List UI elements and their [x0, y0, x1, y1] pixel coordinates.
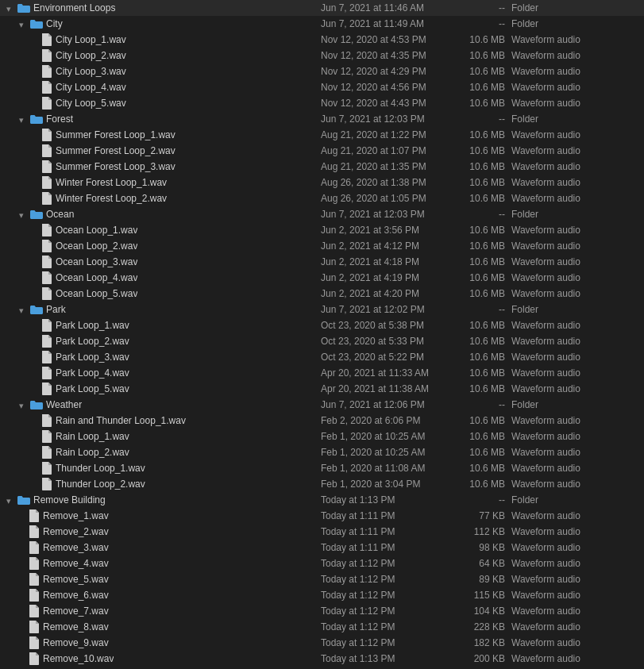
item-name: Ocean Loop_5.wav: [56, 288, 137, 299]
row-oc2[interactable]: Ocean Loop_2.wavJun 2, 2021 at 4:12 PM10…: [0, 238, 644, 254]
item-name: Park: [46, 304, 66, 315]
row-city3[interactable]: City Loop_3.wavNov 12, 2020 at 4:29 PM10…: [0, 63, 644, 79]
size-cell: 10.6 MB: [460, 129, 511, 140]
file-list: Environment LoopsJun 7, 2021 at 11:46 AM…: [0, 0, 644, 667]
row-city[interactable]: CityJun 7, 2021 at 11:49 AM--Folder: [0, 16, 644, 32]
row-rm4[interactable]: Remove_4.wavToday at 1:12 PM64 KBWavefor…: [0, 556, 644, 571]
row-sf2[interactable]: Summer Forest Loop_2.wavAug 21, 2020 at …: [0, 143, 644, 159]
kind-cell: Waveform audio: [511, 66, 641, 77]
item-name: Ocean Loop_1.wav: [56, 225, 137, 236]
name-cell: Park Loop_2.wav: [3, 335, 321, 348]
kind-cell: Waveform audio: [511, 145, 641, 156]
row-oc1[interactable]: Ocean Loop_1.wavJun 2, 2021 at 3:56 PM10…: [0, 222, 644, 238]
row-rm5[interactable]: Remove_5.wavToday at 1:12 PM89 KBWavefor…: [0, 571, 644, 587]
item-name: Environment Loops: [33, 2, 115, 13]
row-city1[interactable]: City Loop_1.wavNov 12, 2020 at 4:53 PM10…: [0, 32, 644, 48]
row-sf1[interactable]: Summer Forest Loop_1.wavAug 21, 2020 at …: [0, 127, 644, 143]
row-pk1[interactable]: Park Loop_1.wavOct 23, 2020 at 5:38 PM10…: [0, 317, 644, 333]
folder-icon: [17, 3, 30, 13]
item-name: Remove_3.wav: [43, 542, 109, 553]
row-city5[interactable]: City Loop_5.wavNov 12, 2020 at 4:43 PM10…: [0, 95, 644, 111]
kind-cell: Waveform audio: [511, 177, 641, 188]
expand-triangle[interactable]: [6, 3, 16, 13]
file-icon: [29, 605, 40, 617]
row-rm8[interactable]: Remove_8.wavToday at 1:12 PM228 KBWavefo…: [0, 619, 644, 635]
item-name: Remove_8.wav: [43, 621, 109, 632]
expand-triangle[interactable]: [19, 400, 29, 409]
item-name: Winter Forest Loop_1.wav: [56, 177, 167, 188]
file-icon: [41, 176, 52, 189]
item-name: City: [46, 18, 63, 29]
size-cell: 10.6 MB: [460, 463, 511, 474]
row-tl1[interactable]: Thunder Loop_1.wavFeb 1, 2020 at 11:08 A…: [0, 460, 644, 476]
date-cell: Feb 1, 2020 at 3:04 PM: [321, 479, 460, 490]
row-wf2[interactable]: Winter Forest Loop_2.wavAug 26, 2020 at …: [0, 190, 644, 206]
file-icon: [41, 319, 52, 332]
item-name: Rain Loop_2.wav: [56, 447, 129, 458]
row-rl1[interactable]: Rain Loop_1.wavFeb 1, 2020 at 10:25 AM10…: [0, 429, 644, 444]
name-cell: Remove_3.wav: [3, 541, 321, 554]
row-pk2[interactable]: Park Loop_2.wavOct 23, 2020 at 5:33 PM10…: [0, 333, 644, 349]
row-rl2[interactable]: Rain Loop_2.wavFeb 1, 2020 at 10:25 AM10…: [0, 444, 644, 460]
row-rm3[interactable]: Remove_3.wavToday at 1:11 PM98 KBWavefor…: [0, 540, 644, 556]
row-oc5[interactable]: Ocean Loop_5.wavJun 2, 2021 at 4:20 PM10…: [0, 286, 644, 302]
expand-triangle[interactable]: [19, 19, 29, 29]
row-park[interactable]: ParkJun 7, 2021 at 12:02 PM--Folder: [0, 302, 644, 317]
row-ocean[interactable]: OceanJun 7, 2021 at 12:03 PM--Folder: [0, 206, 644, 222]
size-cell: 10.6 MB: [460, 34, 511, 45]
row-oc4[interactable]: Ocean Loop_4.wavJun 2, 2021 at 4:19 PM10…: [0, 270, 644, 286]
name-cell: Summer Forest Loop_3.wav: [3, 160, 321, 173]
size-cell: 10.6 MB: [460, 367, 511, 379]
row-oc3[interactable]: Ocean Loop_3.wavJun 2, 2021 at 4:18 PM10…: [0, 254, 644, 270]
row-rm2[interactable]: Remove_2.wavToday at 1:11 PM112 KBWavefo…: [0, 524, 644, 540]
row-pk4[interactable]: Park Loop_4.wavApr 20, 2021 at 11:33 AM1…: [0, 365, 644, 381]
kind-cell: Waveform audio: [511, 447, 641, 458]
expand-triangle[interactable]: [19, 114, 29, 124]
item-name: City Loop_2.wav: [56, 50, 126, 61]
folder-icon: [17, 495, 30, 506]
item-name: Park Loop_1.wav: [56, 320, 129, 331]
date-cell: Jun 7, 2021 at 12:02 PM: [321, 304, 460, 315]
file-icon: [29, 573, 40, 586]
row-env-loops[interactable]: Environment LoopsJun 7, 2021 at 11:46 AM…: [0, 0, 644, 16]
expand-triangle[interactable]: [19, 210, 29, 219]
kind-cell: Waveform audio: [511, 34, 641, 45]
file-icon: [41, 160, 52, 173]
row-forest[interactable]: ForestJun 7, 2021 at 12:03 PM--Folder: [0, 111, 644, 127]
row-rm1[interactable]: Remove_1.wavToday at 1:11 PM77 KBWavefor…: [0, 508, 644, 524]
date-cell: Aug 21, 2020 at 1:07 PM: [321, 145, 460, 156]
row-rm6[interactable]: Remove_6.wavToday at 1:12 PM115 KBWavefo…: [0, 587, 644, 603]
row-city4[interactable]: City Loop_4.wavNov 12, 2020 at 4:56 PM10…: [0, 79, 644, 95]
kind-cell: Waveform audio: [511, 240, 641, 252]
size-cell: 10.6 MB: [460, 225, 511, 236]
row-city2[interactable]: City Loop_2.wavNov 12, 2020 at 4:35 PM10…: [0, 48, 644, 63]
row-tl2[interactable]: Thunder Loop_2.wavFeb 1, 2020 at 3:04 PM…: [0, 476, 644, 492]
row-remove-bld[interactable]: Remove BuildingToday at 1:13 PM--Folder: [0, 492, 644, 508]
size-cell: --: [460, 113, 511, 125]
kind-cell: Folder: [511, 494, 641, 506]
row-pk5[interactable]: Park Loop_5.wavApr 20, 2021 at 11:38 AM1…: [0, 381, 644, 397]
name-cell: City Loop_1.wav: [3, 33, 321, 46]
file-icon: [41, 97, 52, 110]
kind-cell: Waveform audio: [511, 510, 641, 521]
expand-triangle[interactable]: [6, 495, 16, 505]
row-rm7[interactable]: Remove_7.wavToday at 1:12 PM104 KBWavefo…: [0, 603, 644, 619]
size-cell: 10.6 MB: [460, 256, 511, 267]
file-icon: [41, 287, 52, 300]
row-sf3[interactable]: Summer Forest Loop_3.wavAug 21, 2020 at …: [0, 159, 644, 175]
kind-cell: Waveform audio: [511, 193, 641, 204]
row-wf1[interactable]: Winter Forest Loop_1.wavAug 26, 2020 at …: [0, 175, 644, 190]
row-rm10[interactable]: Remove_10.wavToday at 1:13 PM200 KBWavef…: [0, 651, 644, 667]
kind-cell: Waveform audio: [511, 352, 641, 363]
row-pk3[interactable]: Park Loop_3.wavOct 23, 2020 at 5:22 PM10…: [0, 349, 644, 365]
expand-triangle[interactable]: [19, 305, 29, 314]
size-cell: 10.6 MB: [460, 288, 511, 299]
row-rm9[interactable]: Remove_9.wavToday at 1:12 PM182 KBWavefo…: [0, 635, 644, 651]
file-icon: [41, 430, 52, 443]
kind-cell: Waveform audio: [511, 479, 641, 490]
date-cell: Today at 1:12 PM: [321, 637, 460, 648]
row-rt1[interactable]: Rain and Thunder Loop_1.wavFeb 2, 2020 a…: [0, 413, 644, 429]
size-cell: 10.6 MB: [460, 98, 511, 109]
row-weather[interactable]: WeatherJun 7, 2021 at 12:06 PM--Folder: [0, 397, 644, 413]
name-cell: Rain Loop_2.wav: [3, 446, 321, 459]
